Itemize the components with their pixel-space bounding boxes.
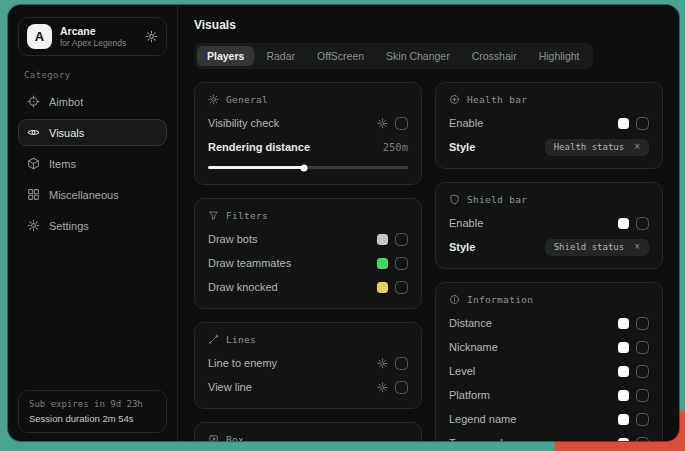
color-swatch[interactable] <box>618 118 629 129</box>
panel-title: Lines <box>226 334 256 345</box>
panel-title: Filters <box>226 210 268 221</box>
sidebar-item-miscellaneous[interactable]: Miscellaneous <box>18 181 167 208</box>
row-controls <box>618 217 649 230</box>
color-swatch[interactable] <box>618 438 629 442</box>
row-platform: Platform <box>449 385 649 405</box>
panel-title: Health bar <box>467 94 527 105</box>
checkbox[interactable] <box>395 257 408 270</box>
sidebar-item-label: Settings <box>49 220 89 232</box>
subscription-info: Sub expires in 9d 23h Session duration 2… <box>18 390 167 433</box>
color-swatch[interactable] <box>618 218 629 229</box>
color-swatch[interactable] <box>618 414 629 425</box>
color-swatch[interactable] <box>618 318 629 329</box>
sidebar-item-items[interactable]: Items <box>18 150 167 177</box>
shield-icon <box>449 194 460 205</box>
row-controls <box>618 389 649 402</box>
panel-filters: FiltersDraw botsDraw teammatesDraw knock… <box>194 198 422 309</box>
row-line-to-enemy: Line to enemy <box>208 353 408 373</box>
slider-thumb[interactable] <box>301 164 308 171</box>
style-select[interactable]: Shield status× <box>545 239 649 256</box>
color-swatch[interactable] <box>377 234 388 245</box>
row-label: Team number <box>449 437 610 441</box>
panel-box: BoxEnableEnable background <box>194 422 422 441</box>
color-swatch[interactable] <box>377 282 388 293</box>
panels-column-right: Health barEnableStyleHealth status×Shiel… <box>435 82 663 441</box>
grid-icon <box>27 188 40 201</box>
row-label: Style <box>449 241 537 253</box>
row-controls <box>377 381 408 394</box>
checkbox[interactable] <box>636 117 649 130</box>
tab-highlight[interactable]: Highlight <box>529 46 590 66</box>
row-legend-name: Legend name <box>449 409 649 429</box>
tab-offscreen[interactable]: OffScreen <box>307 46 374 66</box>
panels-grid: GeneralVisibility checkRendering distanc… <box>194 82 663 441</box>
panel-header: Box <box>208 434 408 441</box>
tab-crosshair[interactable]: Crosshair <box>462 46 527 66</box>
tab-radar[interactable]: Radar <box>256 46 305 66</box>
gear-icon[interactable] <box>145 30 158 43</box>
row-distance: Distance <box>449 313 649 333</box>
checkbox[interactable] <box>395 233 408 246</box>
row-rendering-distance: Rendering distance250m <box>208 137 408 157</box>
row-label: Level <box>449 365 610 377</box>
tab-players[interactable]: Players <box>197 46 254 66</box>
rendering-distance-slider[interactable] <box>208 166 408 169</box>
row-controls <box>377 117 408 130</box>
checkbox[interactable] <box>395 357 408 370</box>
sidebar-item-visuals[interactable]: Visuals <box>18 119 167 146</box>
tab-skin-changer[interactable]: Skin Changer <box>376 46 460 66</box>
sidebar-item-settings[interactable]: Settings <box>18 212 167 239</box>
panel-general: GeneralVisibility checkRendering distanc… <box>194 82 422 185</box>
sidebar: A Arcane for Apex Legends Category Aimbo… <box>8 5 178 441</box>
checkbox[interactable] <box>395 381 408 394</box>
eye-icon <box>27 126 40 139</box>
panel-header: General <box>208 94 408 105</box>
row-style: StyleShield status× <box>449 237 649 257</box>
row-label: Draw bots <box>208 233 369 245</box>
row-controls <box>377 257 408 270</box>
session-duration-text: Session duration 2m 54s <box>29 413 156 424</box>
gear-icon[interactable] <box>377 118 388 129</box>
row-draw-knocked: Draw knocked <box>208 277 408 297</box>
app-header: A Arcane for Apex Legends <box>18 17 167 56</box>
style-select-value: Shield status <box>554 242 624 252</box>
sidebar-item-label: Aimbot <box>49 96 83 108</box>
row-nickname: Nickname <box>449 337 649 357</box>
sidebar-nav: AimbotVisualsItemsMiscellaneousSettings <box>18 88 167 243</box>
color-swatch[interactable] <box>377 258 388 269</box>
gear-icon[interactable] <box>377 382 388 393</box>
row-view-line: View line <box>208 377 408 397</box>
checkbox[interactable] <box>636 217 649 230</box>
checkbox[interactable] <box>395 117 408 130</box>
row-controls <box>618 317 649 330</box>
row-draw-bots: Draw bots <box>208 229 408 249</box>
close-icon[interactable]: × <box>634 142 640 152</box>
close-icon[interactable]: × <box>634 242 640 252</box>
sidebar-item-aimbot[interactable]: Aimbot <box>18 88 167 115</box>
checkbox[interactable] <box>636 413 649 426</box>
panel-title: Box <box>226 434 244 441</box>
gear-icon[interactable] <box>377 358 388 369</box>
app-logo: A <box>27 24 52 49</box>
row-controls: Shield status× <box>545 239 649 256</box>
panel-header: Filters <box>208 210 408 221</box>
checkbox[interactable] <box>636 365 649 378</box>
checkbox[interactable] <box>395 281 408 294</box>
crosshair-icon <box>27 95 40 108</box>
panel-lines: LinesLine to enemyView line <box>194 322 422 409</box>
checkbox[interactable] <box>636 389 649 402</box>
panel-health-bar: Health barEnableStyleHealth status× <box>435 82 663 169</box>
app-titles: Arcane for Apex Legends <box>60 25 126 49</box>
panel-header: Lines <box>208 334 408 345</box>
checkbox[interactable] <box>636 317 649 330</box>
color-swatch[interactable] <box>618 366 629 377</box>
checkbox[interactable] <box>636 341 649 354</box>
checkbox[interactable] <box>636 437 649 442</box>
sidebar-item-label: Items <box>49 158 76 170</box>
panel-title: Information <box>467 294 533 305</box>
panel-title: Shield bar <box>467 194 527 205</box>
style-select[interactable]: Health status× <box>545 139 649 156</box>
panel-header: Information <box>449 294 649 305</box>
color-swatch[interactable] <box>618 342 629 353</box>
color-swatch[interactable] <box>618 390 629 401</box>
